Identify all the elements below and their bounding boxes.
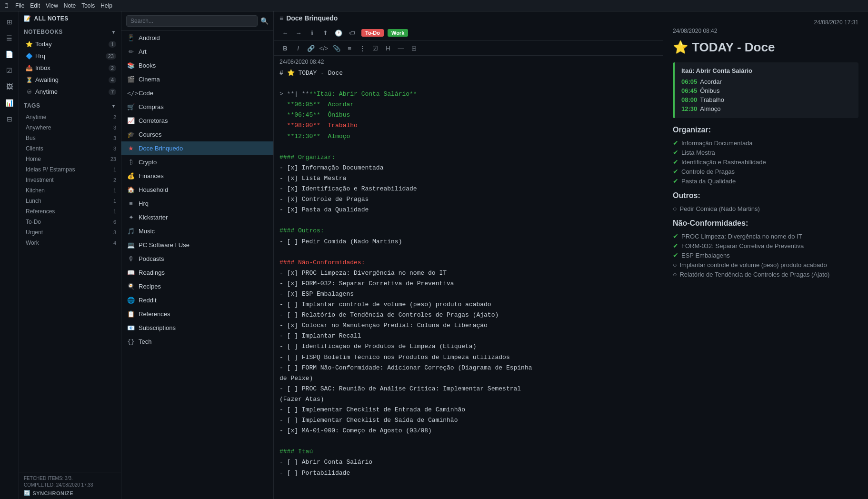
checkbox-button[interactable]: ☑ [369, 42, 381, 54]
history-button[interactable]: 🕐 [333, 27, 344, 39]
tag-lunch-count: 1 [113, 198, 116, 204]
heading-button[interactable]: H [382, 42, 394, 54]
nb-doce-brinquedo[interactable]: ★ Doce Brinquedo [121, 141, 273, 155]
all-notes-label: ALL NOTES [34, 15, 69, 22]
nb-compras-icon: 🛒 [127, 103, 135, 110]
menu-help[interactable]: Help [100, 2, 112, 9]
hr-button[interactable]: — [395, 42, 407, 54]
toolbar-grid-icon[interactable]: ⊞ [3, 15, 16, 29]
menu-tools[interactable]: Tools [81, 2, 95, 9]
nb-cinema[interactable]: 🎬 Cinema [121, 72, 273, 86]
nb-recipes-label: Recipes [139, 283, 161, 290]
nb-corretoras[interactable]: 📈 Corretoras [121, 114, 273, 128]
forward-button[interactable]: → [293, 27, 304, 39]
nb-books-icon: 📚 [127, 62, 135, 69]
tag-ideias[interactable]: Ideias P/ Estampas 1 [19, 164, 121, 175]
tag-work-badge[interactable]: Work [388, 29, 408, 37]
tag-bus[interactable]: Bus 3 [19, 133, 121, 143]
check-label-relatorio: Relatório de Tendência de Controles de P… [679, 271, 829, 278]
tag-urgent[interactable]: Urgent 3 [19, 227, 121, 238]
nb-compras[interactable]: 🛒 Compras [121, 100, 273, 114]
tag-references[interactable]: References 1 [19, 206, 121, 217]
check-label-proc-limpeza: PROC Limpeza: Divergência no nome do IT [681, 233, 802, 240]
nb-references-icon: 📋 [127, 310, 135, 318]
notebook-anytime[interactable]: ♾ Anytime 7 [19, 86, 121, 98]
tag-kitchen[interactable]: Kitchen 1 [19, 185, 121, 196]
all-notes-button[interactable]: 📝 ALL NOTES [19, 11, 121, 26]
nb-reddit[interactable]: 🌐 Reddit [121, 293, 273, 307]
bold-button[interactable]: B [279, 42, 291, 54]
nb-finances[interactable]: 💰 Finances [121, 169, 273, 183]
nb-art[interactable]: ✏ Art [121, 45, 273, 59]
tags-section-header[interactable]: TAGS ▼ [19, 100, 121, 112]
nb-code[interactable]: </> Code [121, 86, 273, 100]
share-button[interactable]: ⬆ [319, 27, 331, 39]
menu-note[interactable]: Note [64, 2, 76, 9]
tag-anywhere[interactable]: Anywhere 3 [19, 122, 121, 133]
nb-tech[interactable]: {} Tech [121, 335, 273, 349]
nb-readings[interactable]: 📖 Readings [121, 266, 273, 279]
tag-anytime[interactable]: Anytime 2 [19, 112, 121, 122]
search-input[interactable] [126, 15, 258, 27]
sidebar-icons: ⊞ ☰ 📄 ☑ 🖼 📊 ⊟ [0, 11, 19, 499]
toolbar-checklist-icon[interactable]: ☑ [3, 64, 16, 77]
nb-books[interactable]: 📚 Books [121, 59, 273, 72]
table-button[interactable]: ⊞ [408, 42, 419, 54]
notebook-hrq[interactable]: 🔷 Hrq 23 [19, 50, 121, 62]
task-label-almoco: Almoço [700, 105, 720, 112]
task-item-acordar: 06:05 Acordar [681, 77, 852, 86]
tag-lunch[interactable]: Lunch 1 [19, 196, 121, 206]
toolbar-layout-icon[interactable]: ⊟ [3, 112, 16, 126]
attachment-button[interactable]: 📎 [331, 42, 342, 54]
nb-pc-software[interactable]: 💻 PC Software I Use [121, 238, 273, 252]
toolbar-image-icon[interactable]: 🖼 [3, 80, 16, 93]
notebook-inbox[interactable]: 📥 Inbox 2 [19, 62, 121, 74]
nb-references[interactable]: 📋 References [121, 307, 273, 321]
nb-recipes[interactable]: 🍳 Recipes [121, 279, 273, 293]
link-button[interactable]: 🔗 [305, 42, 317, 54]
menu-view[interactable]: View [46, 2, 58, 9]
notebook-anytime-label: Anytime [35, 88, 58, 95]
nb-music-icon: 🎵 [127, 228, 135, 235]
nb-crypto[interactable]: ₿ Crypto [121, 155, 273, 169]
tag-work[interactable]: Work 4 [19, 238, 121, 248]
notebooks-section-header[interactable]: NOTEBOOKS ▼ [19, 26, 121, 38]
code-inline-button[interactable]: </> [318, 42, 329, 54]
ordered-list-button[interactable]: ≡ [344, 42, 355, 54]
nb-kickstarter[interactable]: ✦ Kickstarter [121, 210, 273, 224]
tags-button[interactable]: 🏷 [346, 27, 358, 39]
tag-work-count: 4 [113, 240, 116, 246]
nb-android[interactable]: 📱 Android [121, 31, 273, 45]
tag-investment-label: Investment [26, 177, 54, 183]
sync-info-line2: COMPLETED: 24/08/2020 17:33 [24, 482, 116, 489]
tag-work-label: Work [26, 240, 39, 246]
toolbar-menu-icon[interactable]: ☰ [3, 31, 16, 45]
italic-button[interactable]: I [292, 42, 304, 54]
tag-investment[interactable]: Investment 2 [19, 175, 121, 185]
check-form032: ✔ FORM-032: Separar Corretiva de Prevent… [673, 241, 858, 250]
task-item-trabalho: 08:00 Trabalho [681, 95, 852, 104]
menu-edit[interactable]: Edit [30, 2, 40, 9]
nb-music[interactable]: 🎵 Music [121, 224, 273, 238]
tag-clients[interactable]: Clients 3 [19, 143, 121, 154]
notebook-awaiting[interactable]: ⏳ Awaiting 4 [19, 74, 121, 86]
tag-home[interactable]: Home 23 [19, 154, 121, 164]
notebook-today[interactable]: ⭐ Today 1 [19, 38, 121, 50]
tag-todo[interactable]: To-Do 6 [19, 217, 121, 227]
back-button[interactable]: ← [279, 27, 291, 39]
toolbar-chart-icon[interactable]: 📊 [3, 96, 16, 110]
note-content[interactable]: # ⭐ TODAY - Doce > **| ****Itaú: Abrir C… [274, 68, 663, 499]
tag-todo-badge[interactable]: To-Do [361, 29, 384, 37]
nb-hrq[interactable]: ≡ Hrq [121, 197, 273, 210]
nb-pc-icon: 💻 [127, 241, 135, 249]
synchronize-button[interactable]: 🔄 SYNCHRONIZE [24, 490, 116, 496]
nb-courses[interactable]: 🎓 Courses [121, 128, 273, 141]
nb-podcasts[interactable]: 🎙 Podcasts [121, 252, 273, 266]
unordered-list-button[interactable]: ⋮ [357, 42, 368, 54]
nb-kickstarter-icon: ✦ [127, 214, 135, 221]
info-button[interactable]: ℹ [306, 27, 318, 39]
nb-subscriptions[interactable]: 📧 Subscriptions [121, 321, 273, 335]
menu-file[interactable]: File [15, 2, 24, 9]
nb-household[interactable]: 🏠 Household [121, 183, 273, 197]
toolbar-new-note-icon[interactable]: 📄 [3, 48, 16, 61]
